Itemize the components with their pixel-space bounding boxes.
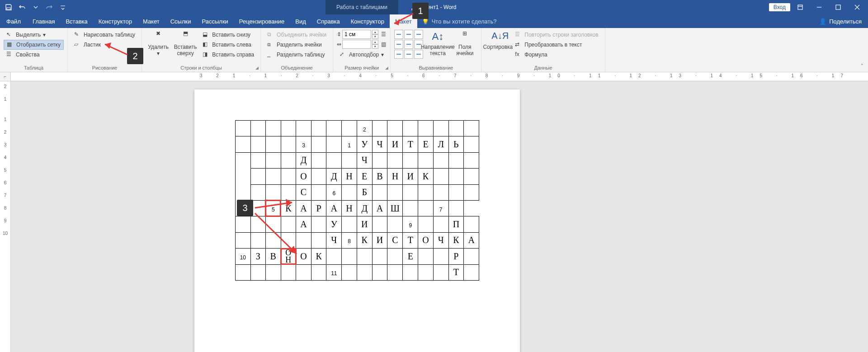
tab-file[interactable]: Файл [0,14,27,28]
crossword-cell[interactable] [357,249,372,264]
crossword-cell[interactable]: Ч [357,152,372,168]
align-mid-left[interactable] [394,40,403,49]
crossword-cell[interactable] [464,136,479,152]
crossword-cell[interactable]: Е [418,136,434,152]
height-down[interactable]: ▾ [372,34,378,39]
width-down[interactable]: ▾ [372,44,378,49]
crossword-cell[interactable] [311,264,326,280]
maximize-button[interactable] [829,0,847,14]
qat-customize[interactable] [57,1,69,13]
crossword-cell[interactable] [448,200,464,216]
crossword-cell[interactable]: Д [357,200,372,216]
crossword-cell[interactable] [265,121,281,136]
crossword-cell[interactable] [281,232,296,248]
crossword-cell[interactable]: А [464,232,479,248]
crossword-cell[interactable]: А [296,216,311,232]
sort-button[interactable]: A↓Я Сортировка [485,30,510,51]
crossword-cell[interactable] [372,184,387,200]
autofit-button[interactable]: ⤢Автоподбор ▾ [337,50,387,60]
crossword-cell[interactable]: Д [326,169,342,184]
crossword-cell[interactable]: 10 [236,249,251,264]
crossword-cell[interactable]: А [372,200,387,216]
crossword-cell[interactable] [265,136,281,152]
crossword-cell[interactable] [250,121,265,136]
crossword-cell[interactable] [433,152,448,168]
crossword-cell[interactable] [311,232,326,248]
crossword-cell[interactable] [281,169,296,184]
crossword-cell[interactable] [464,121,479,136]
select-button[interactable]: ↖Выделить ▾ [4,30,64,40]
crossword-cell[interactable] [236,232,251,248]
crossword-cell[interactable]: 6 [326,184,342,200]
crossword-cell[interactable] [311,121,326,136]
crossword-cell[interactable]: 1 [342,136,357,152]
split-cells-button[interactable]: ⧈Разделить ячейки [264,40,329,50]
crossword-cell[interactable] [418,216,434,232]
crossword-cell[interactable]: А [326,200,342,216]
crossword-cell[interactable] [372,249,387,264]
crossword-cell[interactable]: Т [403,232,418,248]
crossword-cell[interactable] [265,264,281,280]
tab-view[interactable]: Вид [290,14,311,28]
convert-to-text-button[interactable]: ⇄Преобразовать в текст [512,40,601,50]
crossword-cell[interactable] [311,152,326,168]
align-top-right[interactable] [414,30,423,39]
align-mid-center[interactable] [404,40,413,49]
crossword-cell[interactable] [372,264,387,280]
crossword-cell[interactable] [372,216,387,232]
crossword-cell[interactable] [418,121,434,136]
crossword-cell[interactable] [342,249,357,264]
crossword-cell[interactable] [236,121,251,136]
crossword-table[interactable]: 231УЧИТЕЛЬДЧОДНЕВНИКС6Б5КАРАНДАШ7АУИ9ПЧ8… [235,120,479,281]
crossword-cell[interactable] [250,232,265,248]
insert-left-button[interactable]: ◧Вставить слева [200,40,257,50]
login-button[interactable]: Вход [769,3,790,11]
crossword-cell[interactable] [311,184,326,200]
tab-layout[interactable]: Макет [137,14,165,28]
align-bot-center[interactable] [404,50,413,59]
crossword-cell[interactable] [250,216,265,232]
tab-home[interactable]: Главная [27,14,60,28]
crossword-cell[interactable]: И [403,169,418,184]
crossword-cell[interactable]: Ч [433,232,448,248]
width-up[interactable]: ▴ [372,40,378,44]
crossword-cell[interactable] [403,121,418,136]
crossword-cell[interactable] [403,152,418,168]
crossword-cell[interactable]: 3 [296,136,311,152]
share-button[interactable]: 👤 Поделиться [813,14,868,28]
crossword-cell[interactable]: Р [311,200,326,216]
ribbon-display-options[interactable] [791,0,809,14]
redo-button[interactable] [43,1,55,13]
delete-button[interactable]: ✖ Удалить▾ [146,30,171,57]
crossword-cell[interactable] [236,216,251,232]
crossword-cell[interactable] [265,232,281,248]
crossword-cell[interactable] [464,216,479,232]
merge-cells-button[interactable]: ⧉Объединить ячейки [264,30,329,40]
crossword-cell[interactable]: 9 [403,216,418,232]
crossword-cell[interactable] [403,264,418,280]
horizontal-ruler[interactable]: ⌐ 3 2 1 · 1 · 2 · 3 · 4 · 5 · 6 · 7 · 8 … [0,72,868,81]
crossword-cell[interactable]: Н [387,169,403,184]
crossword-cell[interactable]: К [311,249,326,264]
properties-button[interactable]: ☰Свойства [4,50,64,60]
collapse-ribbon-button[interactable]: ˄ [856,61,868,72]
crossword-cell[interactable] [433,216,448,232]
crossword-cell[interactable] [464,249,479,264]
crossword-cell[interactable]: Р [448,249,464,264]
crossword-cell[interactable]: У [326,216,342,232]
crossword-cell[interactable] [326,136,342,152]
crossword-cell[interactable]: В [265,249,281,264]
insert-above-button[interactable]: ⬒ Вставить сверху [173,30,198,57]
split-table-button[interactable]: ⎯Разделить таблицу [264,50,329,60]
crossword-cell[interactable] [464,184,479,200]
tab-insert[interactable]: Вставка [60,14,93,28]
crossword-cell[interactable] [464,152,479,168]
crossword-cell[interactable] [342,121,357,136]
crossword-cell[interactable] [433,169,448,184]
crossword-cell[interactable]: Н [342,169,357,184]
crossword-cell[interactable] [418,200,434,216]
crossword-cell[interactable] [418,184,434,200]
insert-below-button[interactable]: ⬓Вставить снизу [200,30,257,40]
crossword-cell[interactable] [387,121,403,136]
crossword-cell[interactable] [387,264,403,280]
